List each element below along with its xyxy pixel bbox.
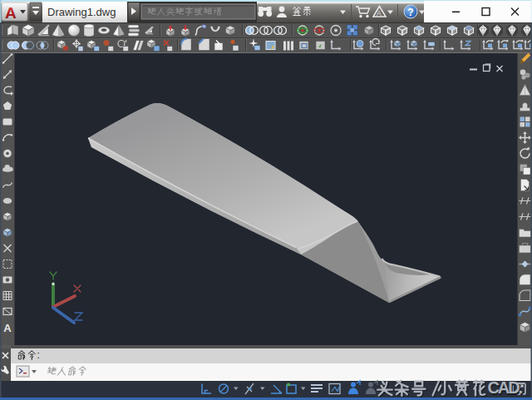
svg-text:Drawing1.dwg: Drawing1.dwg bbox=[47, 6, 116, 18]
svg-text:A: A bbox=[5, 4, 17, 22]
svg-text:A: A bbox=[377, 9, 382, 17]
svg-text::: : bbox=[37, 349, 39, 361]
svg-text:A: A bbox=[3, 322, 12, 334]
svg-text:.: . bbox=[519, 378, 524, 397]
svg-text:?: ? bbox=[407, 7, 413, 18]
